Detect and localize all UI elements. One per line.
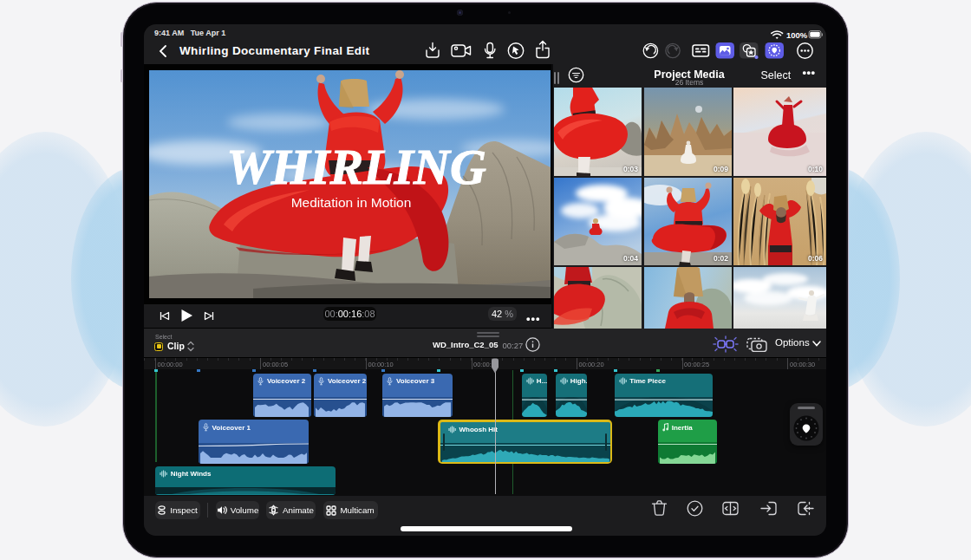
svg-text:WHIRLING: WHIRLING — [226, 139, 486, 195]
svg-text:Meditation in Motion: Meditation in Motion — [291, 195, 412, 210]
